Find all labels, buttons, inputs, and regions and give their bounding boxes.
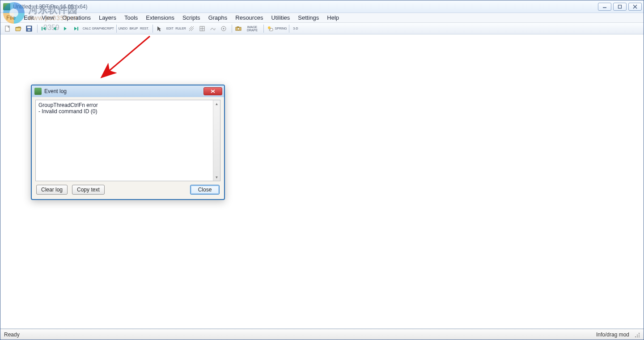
dialog-titlebar: Event log [32,85,224,97]
status-right: Info/drag mod [596,332,629,338]
dialog-log-textarea[interactable]: GroupThreadCtrlFn error - Invalid comman… [35,100,220,181]
app-window: 河东软件园 www.pc0359.cn 0359 Untitled - L3DT… [0,0,644,340]
rest-text[interactable]: REST. [140,24,149,33]
ruler-text[interactable]: RULER [176,24,185,33]
menu-utilities[interactable]: Utilities [267,13,294,22]
statusbar: Ready Info/drag mod [0,329,644,340]
script-text[interactable]: SCRIPT [104,24,113,33]
camera-icon[interactable] [234,24,243,33]
scroll-down-icon[interactable]: ▼ [213,174,220,181]
toolbar-separator [116,25,117,33]
menubar: FileEditViewOperationsLayersToolsExtensi… [0,13,644,23]
tool2-icon[interactable] [198,24,207,33]
toolbar: CALCGRAPHSCRIPTUNDOBKUPREST.EDITRULERIMA… [0,23,644,34]
menu-graphs[interactable]: Graphs [204,13,232,22]
toolbar-separator [153,25,153,33]
tool3-icon[interactable] [208,24,217,33]
svg-line-25 [102,36,150,76]
maximize-button[interactable] [613,3,627,11]
menu-scripts[interactable]: Scripts [178,13,204,22]
calc-text[interactable]: CALC [82,24,91,33]
status-left: Ready [4,332,20,338]
menu-help[interactable]: Help [323,13,343,22]
dialog-close-button[interactable] [203,87,222,95]
dialog-title: Event log [44,88,67,94]
toolbar-separator [289,25,289,33]
watermark-overlay: 河东软件园 www.pc0359.cn [0,0,80,26]
svg-marker-13 [74,27,77,30]
close-button[interactable] [628,3,642,11]
dialog-app-icon [34,88,42,95]
event-log-dialog: Event log GroupThreadCtrlFn error - Inva… [31,85,225,200]
watermark-cn: 河东软件园 [28,4,78,15]
undo-text[interactable]: UNDO [119,24,127,33]
threed-text[interactable]: 3-D [291,24,300,33]
toolbar-separator [37,25,38,33]
log-line: GroupThreadCtrlFn error [38,102,217,108]
menu-extensions[interactable]: Extensions [142,13,178,22]
menu-settings[interactable]: Settings [294,13,323,22]
pointer-icon[interactable] [155,24,164,33]
minimize-button[interactable] [598,3,611,11]
clear-log-button[interactable]: Clear log [36,185,68,195]
svg-point-19 [223,28,225,29]
copy-text-button[interactable]: Copy text [72,185,105,195]
bkup-text[interactable]: BKUP [129,24,138,33]
svg-rect-1 [619,5,622,8]
scrollbar[interactable]: ▲ ▼ [213,100,220,181]
svg-rect-7 [28,29,30,31]
svg-rect-22 [237,26,239,27]
resize-grip-icon[interactable] [634,332,640,338]
svg-point-21 [237,28,240,30]
log-line: - Invalid command ID (0) [38,108,217,115]
scroll-up-icon[interactable]: ▲ [213,100,220,107]
watermark-logo-icon [3,2,25,24]
close-dialog-button[interactable]: Close [190,185,220,195]
svg-rect-12 [77,27,78,30]
menu-tools[interactable]: Tools [120,13,142,22]
workarea: Event log GroupThreadCtrlFn error - Inva… [0,34,644,329]
svg-rect-6 [27,26,31,28]
menu-layers[interactable]: Layers [95,13,120,22]
menu-resources[interactable]: Resources [231,13,267,22]
watermark-url: www.pc0359.cn [28,15,78,21]
toolbar-separator [263,25,264,33]
tool4-icon[interactable] [219,24,228,33]
svg-marker-14 [157,26,161,31]
svg-rect-8 [42,27,42,30]
spring-text[interactable]: SPRING [276,24,285,33]
climate-icon[interactable] [266,24,275,33]
toolbar-separator [232,25,232,33]
edit-text[interactable]: EDIT [165,24,174,33]
titlebar: Untitled - L3DT Pro 16.05 (x64) [0,0,644,13]
tool1-icon[interactable] [187,24,196,33]
graph-text[interactable]: GRAPH [93,24,102,33]
svg-marker-11 [64,27,67,30]
image-drape-text[interactable]: IMAGEDRAPE [245,24,260,33]
